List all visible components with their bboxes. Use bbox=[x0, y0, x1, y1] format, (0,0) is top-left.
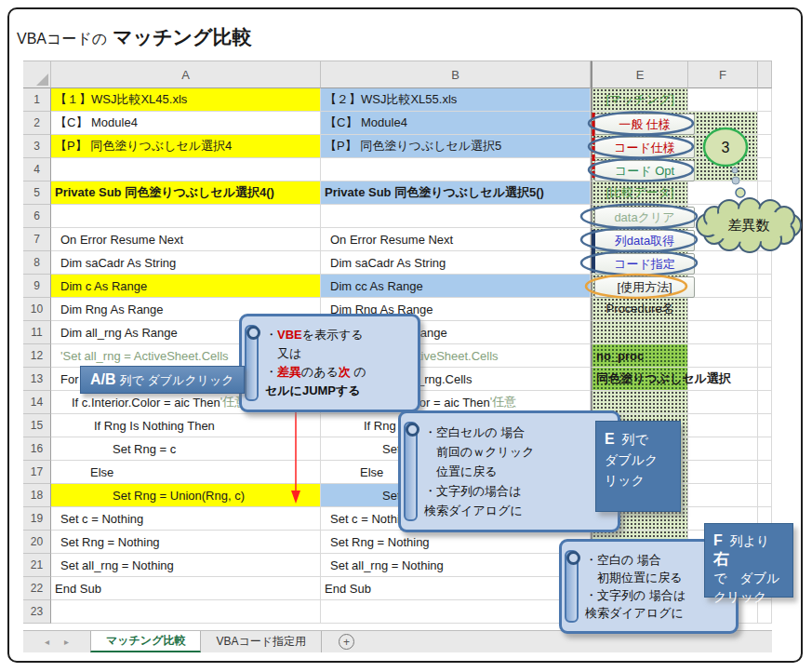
cell-A18[interactable]: Set Rng = Union(Rng, c) bbox=[51, 484, 321, 507]
row-header-23[interactable]: 23 bbox=[23, 600, 51, 624]
sheet-tab-matching[interactable]: マッチング比較 bbox=[90, 631, 201, 652]
tab-nav-next-icon[interactable]: ▸ bbox=[64, 637, 69, 647]
cell-A7[interactable]: On Error Resume Next bbox=[51, 228, 321, 251]
cell-extra-10[interactable] bbox=[758, 298, 772, 321]
row-header-17[interactable]: 17 bbox=[23, 461, 51, 484]
cell-B6[interactable] bbox=[321, 205, 591, 228]
cell-extra-16[interactable] bbox=[758, 437, 772, 461]
cell-extra-15[interactable] bbox=[758, 414, 772, 437]
row-header-8[interactable]: 8 bbox=[23, 251, 51, 275]
row-header-2[interactable]: 2 bbox=[23, 112, 51, 135]
cell-F4[interactable] bbox=[688, 158, 758, 181]
column-header-E[interactable]: E bbox=[591, 60, 688, 88]
row-header-9[interactable]: 9 bbox=[23, 275, 51, 298]
row-header-21[interactable]: 21 bbox=[23, 554, 51, 577]
add-sheet-button[interactable]: + bbox=[339, 631, 354, 652]
column-header-A[interactable]: A bbox=[51, 60, 321, 88]
cell-A1[interactable]: 【１】WSJ比較XL45.xls bbox=[51, 88, 321, 112]
macro-button-4[interactable]: コード Opt bbox=[594, 160, 695, 181]
row-header-6[interactable]: 6 bbox=[23, 205, 51, 228]
row-header-12[interactable]: 12 bbox=[23, 344, 51, 368]
cell-B3[interactable]: 【P】 同色塗りつぶしセル選択5 bbox=[321, 135, 591, 158]
macro-button-3[interactable]: コード仕様 bbox=[594, 137, 695, 158]
cell-F3[interactable] bbox=[688, 135, 758, 158]
cell-A19[interactable]: Set c = Nothing bbox=[51, 507, 321, 531]
cell-F5[interactable] bbox=[688, 181, 758, 205]
cell-F8[interactable] bbox=[688, 251, 758, 275]
cell-A23[interactable] bbox=[51, 600, 321, 624]
cell-F10[interactable] bbox=[688, 298, 758, 321]
cell-B23[interactable] bbox=[321, 600, 591, 624]
cell-E12[interactable]: no_proc bbox=[591, 344, 688, 368]
row-header-5[interactable]: 5 bbox=[23, 181, 51, 205]
cell-E10[interactable]: Procedure名 bbox=[591, 298, 688, 321]
cell-B8[interactable]: Dim saCadr As String bbox=[321, 251, 591, 275]
cell-A9[interactable]: Dim c As Range bbox=[51, 275, 321, 298]
column-header-extra[interactable] bbox=[758, 60, 772, 88]
cell-extra-8[interactable] bbox=[758, 251, 772, 275]
cell-B4[interactable] bbox=[321, 158, 591, 181]
cell-F14[interactable] bbox=[688, 391, 758, 414]
cell-B20[interactable]: Set Rng = Nothing bbox=[321, 531, 591, 554]
cell-A8[interactable]: Dim saCadr As String bbox=[51, 251, 321, 275]
cell-E13[interactable]: 同色塗りつぶしセル選択 bbox=[591, 368, 688, 391]
cell-A4[interactable] bbox=[51, 158, 321, 181]
cell-B5[interactable]: Private Sub 同色塗りつぶしセル選択5() bbox=[321, 181, 591, 205]
cell-A21[interactable]: Set all_rng = Nothing bbox=[51, 554, 321, 577]
cell-A3[interactable]: 【P】 同色塗りつぶしセル選択4 bbox=[51, 135, 321, 158]
cell-extra-9[interactable] bbox=[758, 275, 772, 298]
cell-extra-11[interactable] bbox=[758, 321, 772, 344]
cell-A20[interactable]: Set Rng = Nothing bbox=[51, 531, 321, 554]
column-header-F[interactable]: F bbox=[688, 60, 758, 88]
cell-F15[interactable] bbox=[688, 414, 758, 437]
cell-extra-17[interactable] bbox=[758, 461, 772, 484]
cell-F9[interactable] bbox=[688, 275, 758, 298]
row-header-14[interactable]: 14 bbox=[23, 391, 51, 414]
row-header-1[interactable]: 1 bbox=[23, 88, 51, 112]
cell-B22[interactable]: End Sub bbox=[321, 577, 591, 600]
tab-nav-prev-icon[interactable]: ◂ bbox=[45, 637, 49, 647]
cell-A5[interactable]: Private Sub 同色塗りつぶしセル選択4() bbox=[51, 181, 321, 205]
cell-A6[interactable] bbox=[51, 205, 321, 228]
cell-A16[interactable]: Set Rng = c bbox=[51, 437, 321, 461]
cell-extra-1[interactable] bbox=[758, 88, 772, 112]
cell-extra-2[interactable] bbox=[758, 112, 772, 135]
row-header-18[interactable]: 18 bbox=[23, 484, 51, 507]
select-all-corner[interactable] bbox=[23, 60, 51, 88]
cell-B1[interactable]: 【２】WSJ比較XL55.xls bbox=[321, 88, 591, 112]
row-header-22[interactable]: 22 bbox=[23, 577, 51, 600]
macro-button-8[interactable]: コード指定 bbox=[594, 253, 695, 275]
row-header-13[interactable]: 13 bbox=[23, 368, 51, 391]
macro-button-9[interactable]: [使用方法] bbox=[594, 276, 695, 298]
cell-F17[interactable] bbox=[688, 461, 758, 484]
cell-F18[interactable] bbox=[688, 484, 758, 507]
cell-A17[interactable]: Else bbox=[51, 461, 321, 484]
cell-extra-4[interactable] bbox=[758, 158, 772, 181]
cell-extra-18[interactable] bbox=[758, 484, 772, 507]
row-header-20[interactable]: 20 bbox=[23, 531, 51, 554]
cell-extra-3[interactable] bbox=[758, 135, 772, 158]
cell-extra-13[interactable] bbox=[758, 368, 772, 391]
row-header-3[interactable]: 3 bbox=[23, 135, 51, 158]
cell-A2[interactable]: 【C】 Module4 bbox=[51, 112, 321, 135]
row-header-10[interactable]: 10 bbox=[23, 298, 51, 321]
macro-button-2[interactable]: 一般 仕様 bbox=[594, 114, 695, 135]
macro-button-6[interactable]: dataクリア bbox=[594, 207, 695, 228]
cell-B2[interactable]: 【C】 Module4 bbox=[321, 112, 591, 135]
row-header-4[interactable]: 4 bbox=[23, 158, 51, 181]
cell-B7[interactable]: On Error Resume Next bbox=[321, 228, 591, 251]
cell-F12[interactable] bbox=[688, 344, 758, 368]
macro-button-7[interactable]: 列data取得 bbox=[594, 230, 695, 251]
row-header-7[interactable]: 7 bbox=[23, 228, 51, 251]
row-header-19[interactable]: 19 bbox=[23, 507, 51, 531]
cell-E1[interactable]: [マッチング] bbox=[591, 88, 688, 112]
column-header-B[interactable]: B bbox=[321, 60, 591, 88]
cell-F1[interactable] bbox=[688, 88, 758, 112]
cell-A15[interactable]: If Rng Is Nothing Then bbox=[51, 414, 321, 437]
cell-extra-5[interactable] bbox=[758, 181, 772, 205]
cell-A22[interactable]: End Sub bbox=[51, 577, 321, 600]
cell-F11[interactable] bbox=[688, 321, 758, 344]
sheet-tab-vba-code[interactable]: VBAコード指定用 bbox=[201, 631, 322, 652]
cell-extra-14[interactable] bbox=[758, 391, 772, 414]
cell-E5[interactable]: [比較データ] bbox=[591, 181, 688, 205]
